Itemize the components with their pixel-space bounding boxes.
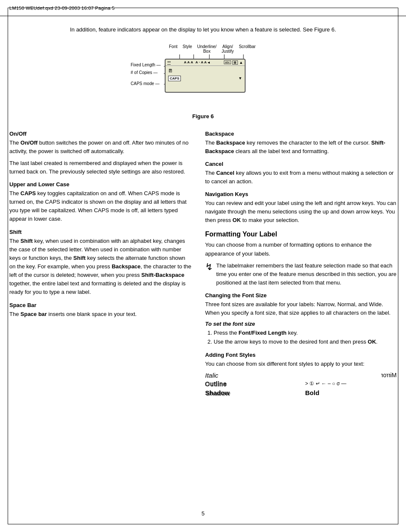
lcd-abc-btn: abc [224, 60, 231, 64]
lcd-folder-row: 🖹 [166, 66, 245, 75]
heading-backspace: Backspace [205, 131, 397, 137]
heading-formatting: Formatting Your Label [205, 230, 397, 238]
font-styles-grid: Italic Mirror Outline > ① ↵ ← – ○ σ — Sh… [205, 372, 397, 396]
heading-upper-lower: Upper and Lower Case [9, 181, 192, 188]
body-font-styles: You can choose from six different font s… [205, 360, 397, 368]
label-copies: # of Copies — [131, 69, 161, 77]
lcd-font-icon: ≡≡ [167, 60, 171, 65]
intro-section: In addition, feature indicators appear o… [9, 17, 397, 38]
body-backspace: The Backspace key removes the character … [205, 139, 397, 156]
label-fixed-length: Fixed Length — [131, 61, 161, 69]
left-labels: Fixed Length — # of Copies — CAPS mode — [131, 61, 161, 88]
page-border-right [398, 8, 398, 524]
style-shadow: Shadow [205, 389, 297, 396]
left-column: On/Off The On/Off button switches the po… [9, 125, 192, 509]
style-italic: Italic [205, 372, 297, 379]
step-2: Use the arrow keys to move to the desire… [214, 338, 397, 347]
body-shift: The Shift key, when used in combination … [9, 237, 192, 297]
heading-nav-keys: Navigation Keys [205, 191, 397, 197]
label-underline: Underline/Box [197, 44, 217, 54]
lcd-caps-row: CAPS ▼ [166, 75, 245, 82]
figure-caption: Figure 6 [192, 113, 214, 119]
body-on-off-2: The last label created is remembered and… [9, 159, 192, 176]
body-formatting-intro: You can choose from a number of formatti… [205, 241, 397, 258]
header-text: LM150 WEUdef.qxd 23-09-2003 16:07 Pagina… [9, 6, 114, 11]
lcd-scroll-down: ▼ [238, 76, 242, 80]
label-scrollbar: Scrollbar [239, 44, 255, 54]
label-font: Font [169, 44, 177, 54]
italic-heading-font-size: To set the font size [205, 321, 397, 327]
heading-shift: Shift [9, 229, 192, 235]
label-caps: CAPS mode — [131, 80, 161, 88]
step-1: Press the Font/Fixed Length key. [214, 329, 397, 338]
two-col-layout: On/Off The On/Off button switches the po… [9, 125, 397, 509]
body-upper-lower: The CAPS key toggles capitalization on a… [9, 189, 192, 224]
right-column: Backspace The Backspace key removes the … [205, 125, 397, 509]
style-bold: Bold [305, 389, 397, 396]
heading-cancel: Cancel [205, 161, 397, 167]
lcd-text-area: AAA A⋅AA◀ [184, 60, 210, 65]
top-labels: Font Style Underline/Box Align/Justify S… [169, 44, 256, 54]
page-border-bottom [8, 524, 398, 524]
note-block: ↯ The labelmaker remembers the last feat… [205, 262, 397, 287]
font-size-steps: Press the Font/Fixed Length key. Use the… [214, 329, 397, 347]
lcd-righticons: abc ▦ ▲ [224, 60, 243, 65]
caps-indicator: CAPS [168, 76, 181, 81]
body-font-size: Three font sizes are available for your … [205, 300, 397, 317]
main-content: In addition, feature indicators appear o… [9, 17, 397, 519]
style-symbols: > ① ↵ ← – ○ σ — [305, 381, 397, 387]
lcd-display: ≡≡ AAA A⋅AA◀ abc ▦ ▲ 🖹 CAPS ▼ [165, 59, 246, 93]
style-outline: Outline [205, 381, 297, 387]
body-cancel: The Cancel key allows you to exit from a… [205, 169, 397, 186]
page-number: 5 [9, 509, 397, 519]
lcd-folder-icon: 🖹 [168, 68, 173, 73]
label-style: Style [183, 44, 192, 54]
body-on-off-1: The On/Off button switches the power on … [9, 139, 192, 156]
body-space-bar: The Space bar inserts one blank space in… [9, 310, 192, 319]
note-icon: ↯ [205, 262, 213, 272]
lcd-hash-btn: ▦ [232, 60, 238, 65]
figure-area: Font Style Underline/Box Align/Justify S… [9, 42, 397, 119]
intro-text: In addition, feature indicators appear o… [70, 26, 336, 33]
header: LM150 WEUdef.qxd 23-09-2003 16:07 Pagina… [0, 0, 406, 16]
note-text: The labelmaker remembers the last featur… [216, 262, 397, 287]
label-align: Align/Justify [222, 44, 234, 54]
figure-diagram: Font Style Underline/Box Align/Justify S… [131, 42, 275, 110]
lcd-top-bar: ≡≡ AAA A⋅AA◀ abc ▦ ▲ [166, 60, 245, 66]
heading-space-bar: Space Bar [9, 302, 192, 308]
body-nav-keys: You can review and edit your label using… [205, 199, 397, 225]
heading-font-size: Changing the Font Size [205, 292, 397, 299]
lcd-scroll-up: ▲ [239, 60, 243, 65]
heading-font-styles: Adding Font Styles [205, 352, 397, 358]
page-border-left [8, 8, 8, 524]
heading-on-off: On/Off [9, 131, 192, 137]
style-mirror: Mirror [305, 372, 397, 379]
